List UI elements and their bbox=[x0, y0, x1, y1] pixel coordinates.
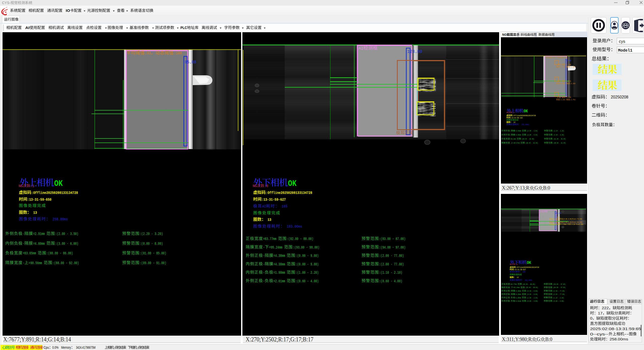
svg-text:12: 12 bbox=[512, 121, 515, 123]
svg-text::(0.00 - 8.00): :(0.00 - 8.00) bbox=[140, 242, 163, 246]
svg-text:245.00ms: 245.00ms bbox=[521, 124, 529, 126]
svg-text::: : bbox=[113, 345, 114, 349]
svg-text:=83.2mm: =83.2mm bbox=[510, 138, 517, 140]
svg-text::(0.60 - 4.00): :(0.60 - 4.00) bbox=[379, 279, 402, 283]
svg-text:0--cys--: 0--cys-- bbox=[590, 332, 609, 336]
svg-text:0.0%: 0.0% bbox=[52, 345, 59, 349]
svg-text:OK: OK bbox=[54, 179, 63, 188]
svg-text::(82.00 - 88.00): :(82.00 - 88.00) bbox=[522, 283, 535, 285]
svg-text::2.162: :2.162 bbox=[570, 83, 575, 85]
svg-text:Cpu: Cpu bbox=[44, 345, 49, 349]
svg-text:(0.60-4.00)Pixel:74.046: (0.60-4.00)Pixel:74.046 bbox=[563, 218, 582, 220]
svg-text:=90.57mm: =90.57mm bbox=[513, 142, 521, 144]
svg-text::13-31-59-132: :13-31-59-132 bbox=[510, 117, 523, 119]
svg-text::0: :0 bbox=[264, 184, 268, 188]
svg-text::(83.00 - 87.00): :(83.00 - 87.00) bbox=[552, 283, 566, 285]
svg-text::0: :0 bbox=[516, 263, 518, 265]
svg-text:cys: cys bbox=[619, 39, 625, 44]
svg-text:-: - bbox=[556, 224, 557, 225]
svg-text::(3.00 - 6.00): :(3.00 - 6.00) bbox=[526, 134, 538, 136]
svg-text::1.221: :1.221 bbox=[560, 99, 566, 101]
svg-text::93: :93 bbox=[145, 51, 151, 56]
svg-text::(0.00 - 9.00): :(0.00 - 9.00) bbox=[526, 290, 538, 292]
svg-text:NG: NG bbox=[253, 184, 257, 188]
svg-text:165: 165 bbox=[522, 271, 526, 273]
svg-text:=83.77mm: =83.77mm bbox=[510, 283, 518, 285]
svg-text:OK: OK bbox=[527, 260, 531, 265]
svg-text:NG: NG bbox=[19, 184, 23, 188]
svg-text::(0.00 - 8.00): :(0.00 - 8.00) bbox=[553, 134, 564, 136]
svg-text:85.88: 85.88 bbox=[566, 60, 571, 62]
svg-text:-: - bbox=[23, 242, 24, 246]
svg-text:NG: NG bbox=[502, 33, 507, 37]
svg-text::(2.00 - 77.00): :(2.00 - 77.00) bbox=[379, 254, 404, 258]
svg-text::Offline20250208133134728: :Offline20250208133134728 bbox=[512, 115, 536, 117]
svg-text:NG: NG bbox=[510, 263, 512, 265]
svg-text:-: - bbox=[510, 290, 511, 292]
svg-text::1: :1 bbox=[512, 112, 514, 114]
svg-text::(94.00 - 97.00): :(94.00 - 97.00) bbox=[379, 246, 406, 250]
svg-text:13: 13 bbox=[31, 211, 37, 215]
svg-text::4.38mm: :4.38mm bbox=[561, 224, 567, 225]
svg-text::(0.60 - 4.00): :(0.60 - 4.00) bbox=[296, 279, 319, 283]
svg-text:=95.24mm: =95.24mm bbox=[513, 287, 521, 289]
svg-text:123.80: 123.80 bbox=[407, 49, 422, 54]
svg-text:-: - bbox=[263, 271, 265, 275]
svg-text::(89.00 - 91.00): :(89.00 - 91.00) bbox=[140, 261, 166, 265]
svg-text:IO: IO bbox=[66, 8, 70, 13]
svg-text:-: - bbox=[263, 262, 265, 266]
svg-text:-: - bbox=[23, 232, 24, 236]
svg-text::Offline20250208133134728: :Offline20250208133134728 bbox=[31, 191, 78, 195]
svg-text::(80.00 - 86.00): :(80.00 - 86.00) bbox=[521, 138, 534, 140]
svg-text::100: :100 bbox=[174, 51, 182, 56]
svg-text::(0.00 - 9.00): :(0.00 - 9.00) bbox=[296, 254, 319, 258]
svg-text:=4.38mm: =4.38mm bbox=[273, 254, 287, 258]
svg-text:=83.77mm: =83.77mm bbox=[263, 237, 278, 241]
svg-text:-: - bbox=[263, 254, 265, 258]
svg-text::2.61mm: :2.61mm bbox=[553, 218, 559, 220]
svg-text:(1.00-2.20)Pixel:54.046: (1.00-2.20)Pixel:54.046 bbox=[563, 222, 582, 223]
svg-text::(0.00 - 9.00): :(0.00 - 9.00) bbox=[526, 293, 538, 295]
svg-text:AI: AI bbox=[262, 204, 266, 208]
svg-text::(0.60 - 4.00): :(0.60 - 4.00) bbox=[526, 300, 538, 302]
svg-text:17: 17 bbox=[598, 311, 602, 315]
svg-text:AI: AI bbox=[540, 211, 542, 213]
svg-text::(1.10 - 2.10): :(1.10 - 2.10) bbox=[379, 271, 402, 275]
svg-text:222: 222 bbox=[602, 306, 609, 310]
svg-text:=4.38mm: =4.38mm bbox=[273, 262, 287, 266]
svg-text:Model1: Model1 bbox=[618, 48, 632, 53]
svg-text::(2.00 - 77.00): :(2.00 - 77.00) bbox=[379, 262, 404, 266]
svg-text:183.00ms: 183.00ms bbox=[524, 279, 532, 281]
svg-text:13: 13 bbox=[266, 218, 271, 222]
svg-text::(2.20 - 3.20): :(2.20 - 3.20) bbox=[140, 232, 163, 236]
svg-text:258.00ms: 258.00ms bbox=[610, 337, 628, 341]
svg-text:13: 13 bbox=[516, 276, 519, 278]
svg-text::13-31-59-627: :13-31-59-627 bbox=[514, 269, 526, 271]
svg-text:-: - bbox=[510, 130, 511, 132]
svg-text::(88.00 - 92.00): :(88.00 - 92.00) bbox=[525, 142, 538, 144]
svg-text:-: - bbox=[23, 261, 24, 265]
svg-text:--: -- bbox=[624, 332, 629, 336]
svg-text::93: :93 bbox=[553, 57, 555, 59]
svg-text:-: - bbox=[510, 134, 511, 136]
svg-text:PLC: PLC bbox=[180, 26, 187, 30]
svg-text:AI: AI bbox=[359, 46, 363, 51]
svg-text:X:311;Y:980;R:0;G:0;B:0: X:311;Y:980;R:0;G:0;B:0 bbox=[502, 336, 552, 342]
svg-text:258.00ms: 258.00ms bbox=[51, 217, 68, 221]
svg-text:20250208: 20250208 bbox=[610, 95, 628, 99]
svg-text:CYS-: CYS- bbox=[2, 1, 11, 5]
svg-text:X:7677;Y:891;R:14;G:14;B:14: X:7677;Y:891;R:14;G:14;B:14 bbox=[3, 336, 71, 343]
svg-text:165: 165 bbox=[280, 204, 287, 208]
svg-text:=1.90mm: =1.90mm bbox=[273, 271, 287, 275]
svg-text::(2.00 - 77.00): :(2.00 - 77.00) bbox=[552, 290, 565, 292]
svg-text:=95.24mm: =95.24mm bbox=[269, 246, 284, 250]
svg-text:=90.56mm: =90.56mm bbox=[29, 261, 44, 265]
svg-text::1.226: :1.226 bbox=[566, 64, 571, 66]
svg-text:=83.05mm: =83.05mm bbox=[23, 251, 38, 255]
svg-text::(1.00 - 2.20): :(1.00 - 2.20) bbox=[526, 297, 538, 299]
svg-text:=4.38mm: =4.38mm bbox=[515, 293, 522, 295]
svg-text:-: - bbox=[510, 287, 511, 289]
svg-text:X:270;Y:2502;R:17;G:17;B:17: X:270;Y:2502;R:17;G:17;B:17 bbox=[246, 336, 313, 343]
svg-text::(89.00 - 91.00): :(89.00 - 91.00) bbox=[553, 142, 566, 144]
svg-text::(1.10 - 2.10): :(1.10 - 2.10) bbox=[552, 297, 564, 299]
